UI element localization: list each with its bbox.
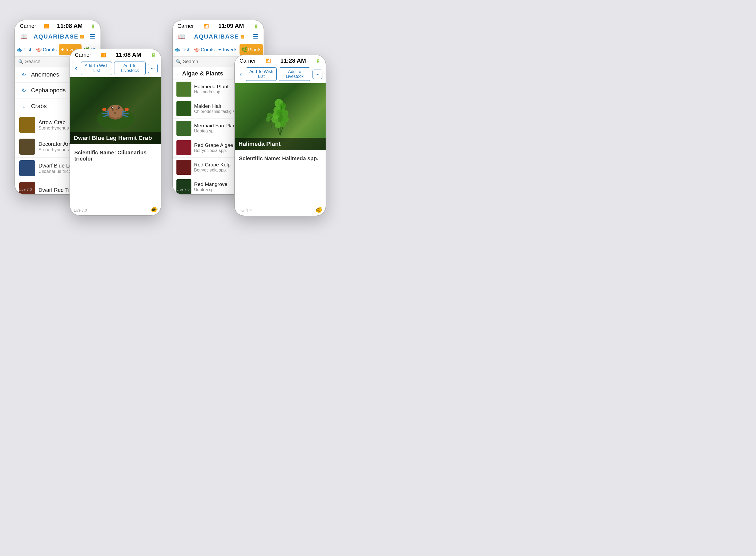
live-badge-1: Live 7.0: [19, 187, 32, 192]
tab-fish-1[interactable]: 🐟 Fish: [15, 43, 34, 57]
svg-point-30: [280, 121, 286, 127]
back-button-4[interactable]: ‹: [238, 70, 243, 78]
add-to-wish-list-btn-2[interactable]: Add To Wish List: [81, 62, 112, 75]
back-button-2[interactable]: ‹: [73, 64, 79, 72]
carrier-1: Carrier: [20, 23, 36, 29]
svg-point-12: [102, 108, 106, 111]
detail-image-4: Halimeda Plant: [235, 83, 326, 150]
tab-plants-3[interactable]: 🌿 Plants: [239, 44, 263, 56]
wifi-icon-1: 📶: [44, 24, 49, 29]
add-to-wish-list-btn-4[interactable]: Add To Wish List: [246, 67, 277, 81]
detail-nav-2: ‹ Add To Wish List Add To Livestock ···: [70, 59, 161, 77]
plant-thumb-5: [177, 179, 191, 194]
detail-info-4: Scientific Name: Halimeda spp.: [235, 150, 326, 167]
tab-fish-3[interactable]: 🐟 Fish: [173, 43, 192, 57]
wifi-icon-3: 📶: [203, 24, 209, 29]
status-bar-2: Carrier 📶 11:08 AM 🔋: [70, 49, 161, 59]
section-header-text-3: Algae & Plants: [182, 70, 223, 77]
wifi-icon-4: 📶: [265, 58, 271, 63]
crab-illustration: [94, 92, 137, 130]
svg-point-17: [119, 107, 119, 108]
detail-sci-2: Scientific Name: Clibanarius tricolor: [74, 149, 157, 162]
search-icon-3: 🔍: [176, 59, 181, 64]
carrier-2: Carrier: [75, 52, 91, 58]
fish-icon-tab-3: 🐟: [174, 47, 180, 53]
svg-point-25: [276, 109, 283, 116]
app-header-1: 📖 AQUARIBASE ≡ ☰: [15, 31, 101, 43]
live-badge-3: Live 7.0: [177, 187, 190, 192]
tab-corals-3[interactable]: 🪸 Corals: [192, 43, 216, 57]
detail-image-label-2: Dwarf Blue Leg Hermit Crab: [70, 132, 161, 144]
bookmark-icon-1[interactable]: 📖: [20, 33, 28, 40]
svg-point-5: [114, 112, 116, 114]
menu-icon-1[interactable]: ☰: [90, 33, 95, 40]
plant-thumb-0: [177, 81, 191, 97]
plants-icon-tab-3: 🌿: [241, 47, 247, 53]
status-bar-3: Carrier 📶 11:09 AM 🔋: [173, 20, 264, 31]
detail-sci-4: Scientific Name: Halimeda spp.: [239, 155, 321, 162]
detail-info-2: Scientific Name: Clibanarius tricolor: [70, 144, 161, 167]
time-2: 11:08 AM: [116, 51, 142, 58]
main-scene: Carrier 📶 11:08 AM 🔋 📖 AQUARIBASE ≡ ☰ 🐟 …: [0, 0, 756, 556]
detail-image-2: Dwarf Blue Leg Hermit Crab: [70, 77, 161, 144]
phone-4: Carrier 📶 11:28 AM 🔋 ‹ Add To Wish List …: [235, 55, 326, 216]
status-bar-4: Carrier 📶 11:28 AM 🔋: [235, 55, 326, 65]
time-1: 11:08 AM: [57, 23, 83, 29]
fish-logo-2: 🐠: [151, 206, 158, 213]
svg-point-2: [108, 105, 123, 118]
corals-icon-tab-1: 🪸: [36, 47, 42, 53]
live-badge-2: Live 7.0: [74, 208, 87, 212]
add-to-livestock-btn-4[interactable]: Add To Livestock: [279, 67, 310, 81]
plant-thumb-3: [177, 140, 191, 155]
carrier-3: Carrier: [178, 23, 194, 29]
species-thumb-1: [19, 139, 35, 155]
add-to-livestock-btn-2[interactable]: Add To Livestock: [114, 62, 146, 75]
fish-logo-4: 🐠: [315, 207, 323, 213]
halimeda-illustration: [256, 95, 304, 138]
wifi-icon-2: 📶: [101, 53, 106, 58]
plant-thumb-1: [177, 101, 191, 116]
detail-image-label-4: Halimeda Plant: [235, 138, 326, 150]
logo-badge-3: ≡: [240, 35, 244, 38]
svg-point-3: [112, 109, 114, 111]
live-badge-4: Live 7.0: [238, 209, 252, 213]
battery-icon-4: 🔋: [315, 58, 321, 63]
svg-point-16: [112, 107, 113, 108]
detail-nav-4: ‹ Add To Wish List Add To Livestock ···: [235, 65, 326, 83]
cephalopods-icon: ↻: [20, 87, 27, 94]
more-btn-2[interactable]: ···: [148, 64, 158, 73]
tab-corals-1[interactable]: 🪸 Corals: [34, 43, 58, 57]
anemones-icon: ↻: [20, 71, 27, 78]
search-icon-1: 🔍: [18, 59, 24, 64]
inverts-icon-tab-1: ✦: [61, 47, 65, 53]
species-thumb-0: [19, 117, 35, 133]
crabs-icon: ↓: [20, 103, 27, 109]
plant-thumb-2: [177, 121, 191, 136]
tab-inverts-3[interactable]: ✦ Inverts: [216, 43, 239, 57]
corals-icon-tab-3: 🪸: [194, 47, 200, 53]
svg-point-4: [116, 109, 118, 110]
time-3: 11:09 AM: [218, 23, 244, 29]
app-logo-1: AQUARIBASE ≡: [34, 33, 84, 40]
more-btn-4[interactable]: ···: [312, 70, 323, 79]
inverts-icon-tab-3: ✦: [218, 47, 222, 53]
carrier-4: Carrier: [239, 58, 256, 64]
bookmark-icon-3[interactable]: 📖: [178, 33, 185, 40]
time-4: 11:28 AM: [280, 57, 306, 64]
menu-icon-3[interactable]: ☰: [253, 33, 258, 40]
battery-icon-1: 🔋: [90, 24, 96, 29]
app-logo-3: AQUARIBASE ≡: [194, 33, 244, 40]
section-icon-3: ↓: [177, 71, 179, 76]
plant-thumb-4: [177, 160, 191, 175]
species-thumb-2: [19, 160, 35, 176]
app-header-3: 📖 AQUARIBASE ≡ ☰: [173, 31, 264, 43]
svg-point-22: [279, 103, 286, 109]
battery-icon-2: 🔋: [151, 53, 156, 58]
status-bar-1: Carrier 📶 11:08 AM 🔋: [15, 20, 101, 31]
phone-2: Carrier 📶 11:08 AM 🔋 ‹ Add To Wish List …: [70, 49, 161, 215]
battery-icon-3: 🔋: [254, 24, 259, 29]
tab-bar-3: 🐟 Fish 🪸 Corals ✦ Inverts 🌿 Plants: [173, 43, 264, 57]
svg-point-13: [124, 108, 129, 111]
svg-point-34: [266, 117, 270, 122]
logo-badge-1: ≡: [80, 35, 84, 38]
